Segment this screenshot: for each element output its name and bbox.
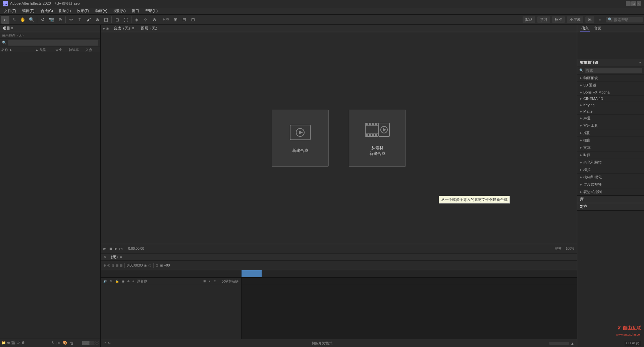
tl-footer-icon1[interactable]: ⊕ — [103, 341, 106, 345]
fill-tool[interactable]: ◈ — [133, 16, 141, 24]
rotate-tool[interactable]: ↺ — [39, 16, 47, 24]
effect-group-simulate-header[interactable]: ▶ 模拟 — [577, 166, 644, 173]
hand-tool[interactable]: ✋ — [19, 16, 27, 24]
effect-group-cinema4d-header[interactable]: ▶ CINEMA 4D — [577, 96, 644, 102]
effect-group-distort-header[interactable]: ▶ 扭曲 — [577, 137, 644, 144]
menu-composition[interactable]: 合成(C) — [38, 8, 56, 14]
tl-btn-1[interactable]: ⊕ — [103, 264, 106, 267]
project-search: 🔍 — [0, 39, 100, 47]
workspace-standard[interactable]: 标准 — [552, 16, 565, 23]
new-comp-footer-icon[interactable]: 🎬 — [11, 341, 16, 345]
snap-tool[interactable]: ⊞ — [171, 16, 179, 24]
tl-btn-6[interactable]: ◉ — [144, 264, 147, 267]
new-comp-card[interactable]: 新建合成 — [272, 110, 329, 167]
tl-btn-3[interactable]: ⊛ — [112, 264, 114, 267]
play-btn[interactable]: ▶ — [115, 247, 117, 250]
next-frame-btn[interactable]: ⏭ — [119, 247, 123, 250]
stop-btn[interactable]: ⏹ — [109, 247, 112, 250]
tl-btn-7[interactable]: ◌ — [148, 264, 151, 267]
home-tool[interactable]: ⌂ — [1, 16, 9, 24]
menu-edit[interactable]: 编辑(E) — [19, 8, 37, 14]
workspace-overflow[interactable]: » — [596, 16, 604, 23]
effect-group-time-header[interactable]: ▶ 时间 — [577, 152, 644, 159]
effect-group-expr-header[interactable]: ▶ 表达式控制 — [577, 188, 644, 195]
close-button[interactable]: ✕ — [637, 1, 641, 6]
trash-footer-icon[interactable]: 🗑 — [70, 341, 74, 345]
expand-tool[interactable]: ⊟ — [180, 16, 188, 24]
tl-btn-8[interactable]: ⊠ — [156, 264, 158, 267]
effect-group-matte: ▶ Matte — [577, 108, 644, 115]
project-search-input[interactable] — [8, 40, 98, 46]
menu-animation[interactable]: 动画(A) — [93, 8, 110, 14]
shape-tool[interactable]: ◻ — [113, 16, 121, 24]
text-tool[interactable]: T — [76, 16, 84, 24]
playhead-icon[interactable]: ▲ — [571, 341, 574, 345]
camera-tool[interactable]: 📷 — [47, 16, 55, 24]
workspace-learn[interactable]: 学习 — [537, 16, 550, 23]
tl-footer-icon2[interactable]: ⊛ — [108, 341, 111, 345]
search-input[interactable] — [614, 18, 641, 22]
effect-group-matte-header[interactable]: ▶ Matte — [577, 108, 644, 114]
effect-group-obsolete-header[interactable]: ▶ 过渡式视频 — [577, 181, 644, 188]
zoom-tool[interactable]: 🔍 — [28, 16, 36, 24]
effect-group-keyer-header[interactable]: ▶ 抠图 — [577, 129, 644, 136]
tl-columns-left: 🔊 👁 🔒 ◉ ⊕ # 源名称 ⊞ ∧ ⊗ 父级和链接 — [101, 278, 241, 285]
effect-group-noise-header[interactable]: ▶ 杂色和颗粒 — [577, 159, 644, 166]
pen-tool[interactable]: ✏ — [67, 16, 75, 24]
effect-group-expr-label: 表达式控制 — [583, 189, 602, 194]
menu-window[interactable]: 窗口 — [129, 8, 142, 14]
trash-icon[interactable]: 🗑 — [21, 341, 25, 345]
puppet-tool[interactable]: ⊹ — [142, 16, 150, 24]
mask-tool[interactable]: ◯ — [122, 16, 130, 24]
menu-effects[interactable]: 效果(T) — [74, 8, 92, 14]
from-footage-card[interactable]: 从素材新建合成 — [349, 110, 406, 167]
new-folder-icon[interactable]: 📁 — [1, 341, 6, 345]
search-bar[interactable]: 🔍 — [606, 17, 643, 22]
maximize-button[interactable]: □ — [631, 1, 636, 6]
menu-file[interactable]: 文件(F) — [1, 8, 19, 14]
color-settings-icon[interactable]: 🎨 — [63, 341, 67, 345]
library-panel-header: 库 — [577, 196, 644, 203]
effects-search-input[interactable] — [585, 68, 642, 73]
tl-btn-9[interactable]: ▣ — [160, 264, 163, 267]
tl-btn-5[interactable]: ⊟ — [120, 264, 122, 267]
delete-icon[interactable]: 🖊 — [17, 341, 20, 345]
pin-tool[interactable]: ⊗ — [150, 16, 158, 24]
eraser-tool[interactable]: ◫ — [102, 16, 110, 24]
prev-frame-btn[interactable]: ⏮ — [103, 247, 107, 250]
effect-group-channel-header[interactable]: ▶ 声道 — [577, 115, 644, 122]
workspace-library[interactable]: 库 — [585, 16, 594, 23]
menu-layer[interactable]: 图层(L) — [56, 8, 73, 14]
layers-tab[interactable]: 图层（无） — [139, 25, 161, 32]
tl-btn-2[interactable]: ◎ — [107, 264, 110, 267]
brush-tool[interactable]: 🖌 — [85, 16, 93, 24]
comp-tab[interactable]: 合成（无）≡ — [112, 25, 136, 32]
effect-group-boris-header[interactable]: ▶ Boris FX Mocha — [577, 89, 644, 95]
playhead-slider[interactable] — [549, 342, 569, 345]
effect-group-keying-header[interactable]: ▶ Keying — [577, 102, 644, 108]
effects-menu-icon[interactable]: ≡ — [639, 61, 641, 64]
menu-help[interactable]: 帮助(H) — [143, 8, 160, 14]
effect-group-animation-header[interactable]: ▶ 动画预设 — [577, 74, 644, 81]
timeline-tab[interactable]: （无）≡ — [109, 254, 122, 259]
menu-view[interactable]: 视图(V) — [111, 8, 128, 14]
select-tool[interactable]: ↖ — [10, 16, 18, 24]
tab-audio[interactable]: 音频 — [593, 25, 603, 32]
effect-group-3d-label: 3D 通道 — [583, 83, 596, 88]
effects-controls-tab[interactable]: 效果控件（无） — [0, 32, 100, 39]
minimize-button[interactable]: ─ — [626, 1, 631, 6]
workspace-small-screen[interactable]: 小屏幕 — [567, 16, 583, 23]
stamp-tool[interactable]: ⊛ — [93, 16, 101, 24]
pan-tool[interactable]: ⊕ — [56, 16, 64, 24]
effect-group-blur-header[interactable]: ▶ 模糊和锐化 — [577, 174, 644, 181]
workspace-default[interactable]: 默认 — [523, 16, 535, 23]
tl-btn-4[interactable]: ⊞ — [116, 264, 118, 267]
tab-info[interactable]: 信息 — [580, 25, 590, 32]
effect-group-text-header[interactable]: ▶ 文本 — [577, 144, 644, 151]
import-icon[interactable]: ⊕ — [7, 341, 10, 345]
window-controls[interactable]: ─ □ ✕ — [626, 1, 641, 6]
grid-tool[interactable]: ⊡ — [189, 16, 197, 24]
effect-group-3d-header[interactable]: ▶ 3D 通道 — [577, 82, 644, 89]
effect-group-utility-header[interactable]: ▶ 实用工具 — [577, 122, 644, 129]
tl-sep2 — [153, 263, 154, 268]
